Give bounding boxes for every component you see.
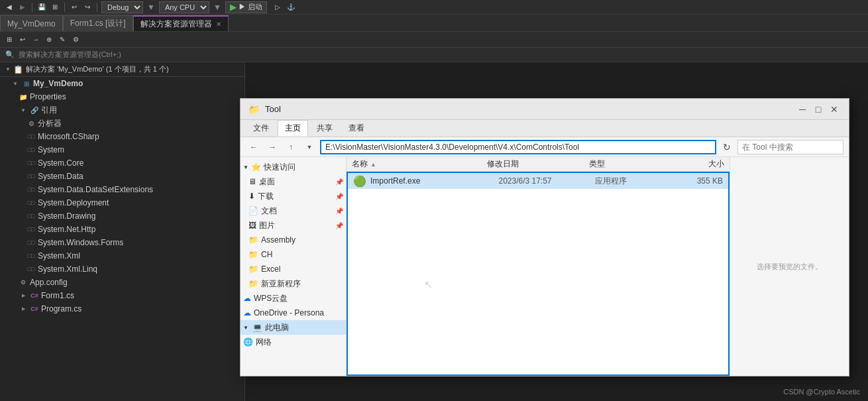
exe-file-icon: 🟢 — [353, 175, 366, 188]
search-input[interactable] — [737, 140, 843, 154]
pin-icon-docs: 📌 — [335, 207, 343, 215]
tree-item-system-drawing[interactable]: □□ System.Drawing — [0, 209, 244, 223]
tree-item-system-xml-linq[interactable]: □□ System.Xml.Linq — [0, 262, 244, 276]
ref-icon-6: □□ — [27, 198, 36, 207]
attach-icon[interactable]: ⚓ — [286, 2, 296, 13]
top-toolbar: ◀ ▶ 💾 ⊞ ↩ ↪ Debug ▼ Any CPU ▼ ▶ ▶ 启动 ▷ ⚓ — [0, 0, 868, 15]
redo-icon[interactable]: ↪ — [82, 2, 93, 13]
tree-item-system[interactable]: □□ System — [0, 143, 244, 156]
grid-icon[interactable]: ⊞ — [4, 34, 15, 45]
nav-pictures[interactable]: 🖼 图片 📌 — [241, 218, 346, 233]
ribbon-tab-view[interactable]: 查看 — [341, 120, 372, 137]
nav-recent-button[interactable]: ▼ — [301, 140, 317, 154]
col-name[interactable]: 名称 ▲ — [352, 158, 487, 170]
assembly-folder-icon: 📁 — [248, 235, 258, 245]
nav-this-pc[interactable]: ▼ 💻 此电脑 — [241, 320, 346, 335]
file-explorer-titlebar: 📁 Tool ─ □ ✕ — [241, 99, 849, 120]
forward-icon[interactable]: ▶ — [17, 2, 28, 13]
nav-desktop[interactable]: 🖥 桌面 📌 — [241, 174, 346, 189]
ref-icon-11: □□ — [27, 264, 36, 274]
solution-search-bar: 🔍 搜索解决方案资源管理器(Ctrl+;) — [0, 48, 868, 62]
nav-network[interactable]: 🌐 网络 — [241, 335, 346, 349]
tab-close-icon[interactable]: ✕ — [216, 21, 221, 28]
tree-item-system-win-forms[interactable]: □□ System.Windows.Forms — [0, 236, 244, 249]
settings-icon[interactable]: ⚙ — [70, 34, 81, 45]
tab-solution-explorer[interactable]: 解决方案资源管理器 ✕ — [133, 15, 229, 31]
analyzer-icon: ⚙ — [27, 119, 36, 128]
edit-icon[interactable]: ✎ — [57, 34, 68, 45]
col-date[interactable]: 修改日期 — [487, 158, 588, 170]
tree-item-properties[interactable]: 📁 Properties — [0, 90, 244, 103]
pin-icon-pics: 📌 — [335, 222, 343, 229]
folder-title-icon: 📁 — [248, 104, 260, 115]
col-size[interactable]: 大小 — [657, 158, 724, 170]
minimize-button[interactable]: ─ — [796, 103, 809, 116]
tree-item-system-data[interactable]: □□ System.Data — [0, 170, 244, 183]
ref-icon-3: □□ — [27, 158, 36, 168]
nav-ch[interactable]: 📁 CH — [241, 247, 346, 262]
ref-icon-7: □□ — [27, 211, 36, 221]
tree-item-system-core[interactable]: □□ System.Core — [0, 156, 244, 170]
secondary-toolbar: ⊞ ↩ → ⊕ ✎ ⚙ — [0, 32, 868, 48]
nav-documents[interactable]: 📄 文档 📌 — [241, 203, 346, 218]
add-icon[interactable]: ⊕ — [44, 34, 54, 45]
tree-item-form1[interactable]: ▶ C# Form1.cs — [0, 289, 244, 302]
start-button[interactable]: ▶ ▶ 启动 — [225, 1, 267, 13]
tree-item-app-config[interactable]: ⚙ App.config — [0, 276, 244, 289]
preview-panel: 选择要预览的文件。 — [730, 157, 849, 376]
solution-explorer-panel: ▼ 📋 解决方案 'My_VmDemo' (1 个项目，共 1 个) ▼ ⊞ M… — [0, 62, 245, 401]
ribbon-tab-home[interactable]: 主页 — [278, 120, 308, 137]
ref-icon-9: □□ — [27, 238, 36, 247]
address-bar: ← → ↑ ▼ ↻ — [241, 137, 849, 157]
network-icon: 🌐 — [243, 337, 253, 347]
table-row[interactable]: 🟢 ImportRef.exe 2023/6/3 17:57 应用程序 355 … — [348, 173, 728, 189]
pc-expand-icon: ▼ — [243, 325, 248, 331]
refresh-icon[interactable]: ↩ — [17, 34, 28, 45]
cpu-select[interactable]: Any CPU — [159, 1, 209, 13]
nav-back-button[interactable]: ← — [246, 140, 262, 154]
tree-item-references[interactable]: ▼ 🔗 引用 — [0, 103, 244, 117]
tree-item-system-xml[interactable]: □□ System.Xml — [0, 249, 244, 262]
nav-excel[interactable]: 📁 Excel — [241, 262, 346, 276]
debug-mode-select[interactable]: Debug — [101, 1, 143, 13]
nav-onedrive[interactable]: ☁ OneDrive - Persona — [241, 306, 346, 320]
quick-access-icon: ⭐ — [251, 162, 261, 172]
close-button[interactable]: ✕ — [828, 103, 841, 116]
tab-form1-design[interactable]: Form1.cs [设计] — [63, 15, 133, 31]
save-icon[interactable]: 💾 — [36, 2, 47, 13]
cs-icon-2: C# — [30, 304, 39, 314]
tab-my-vmdemo[interactable]: My_VmDemo — [0, 15, 63, 31]
tree-item-system-data-ext[interactable]: □□ System.Data.DataSetExtensions — [0, 183, 244, 196]
play-icon: ▶ — [230, 2, 237, 12]
tree-item-analyzer[interactable]: ⚙ 分析器 — [0, 117, 244, 130]
file-list: 🟢 ImportRef.exe 2023/6/3 17:57 应用程序 355 … — [347, 172, 730, 376]
file-explorer-title: Tool — [265, 104, 281, 114]
tree-expand-icon: ▼ — [11, 79, 20, 88]
nav-icon[interactable]: → — [30, 34, 41, 45]
nav-assembly[interactable]: 📁 Assembly — [241, 233, 346, 247]
tree-item-system-net-http[interactable]: □□ System.Net.Http — [0, 223, 244, 236]
nav-download[interactable]: ⬇ 下载 📌 — [241, 189, 346, 203]
nav-xinya[interactable]: 📁 新亚新程序 — [241, 276, 346, 291]
undo-icon[interactable]: ↩ — [69, 2, 80, 13]
ribbon-tab-file[interactable]: 文件 — [246, 120, 276, 137]
save-all-icon[interactable]: ⊞ — [50, 2, 60, 13]
cs-icon-1: C# — [30, 291, 39, 300]
col-type[interactable]: 类型 — [589, 158, 657, 170]
tree-item-microsoft-csharp[interactable]: □□ Microsoft.CSharp — [0, 130, 244, 143]
file-explorer-body: ▼ ⭐ 快速访问 🖥 桌面 📌 ⬇ 下载 📌 📄 文档 📌 🖼 图片 — [241, 157, 849, 376]
tree-item-my-vmdemo[interactable]: ▼ ⊞ My_VmDemo — [0, 77, 244, 90]
nav-forward-button[interactable]: → — [264, 140, 280, 154]
step-over-icon[interactable]: ▷ — [272, 2, 283, 13]
back-icon[interactable]: ◀ — [4, 2, 15, 13]
nav-up-button[interactable]: ↑ — [283, 140, 299, 154]
refresh-button[interactable]: ↻ — [719, 140, 735, 154]
maximize-button[interactable]: □ — [812, 103, 825, 116]
address-input[interactable] — [320, 140, 716, 154]
nav-wps-cloud[interactable]: ☁ WPS云盘 — [241, 291, 346, 306]
nav-quick-access-header[interactable]: ▼ ⭐ 快速访问 — [241, 160, 346, 174]
watermark: CSDN @Crypto Ascetic — [783, 388, 860, 396]
ribbon-tab-share[interactable]: 共享 — [309, 120, 340, 137]
tree-item-program[interactable]: ▶ C# Program.cs — [0, 302, 244, 315]
tree-item-system-deployment[interactable]: □□ System.Deployment — [0, 196, 244, 209]
